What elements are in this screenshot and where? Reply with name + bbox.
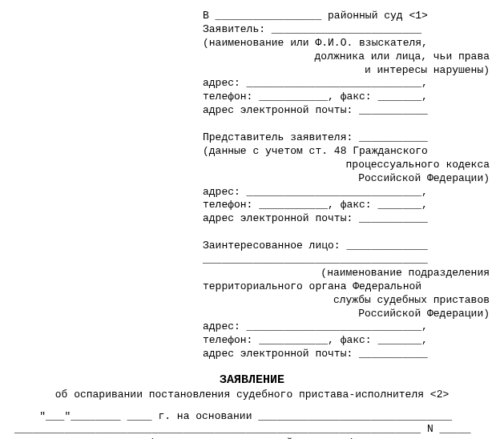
body-line2: ________________________________________… xyxy=(14,423,490,437)
int-address-line: адрес: ____________________________, xyxy=(203,320,490,334)
int-email-line: адрес электронной почты: ___________ xyxy=(203,348,490,361)
applicant-note1: (наименование или Ф.И.О. взыскателя, xyxy=(203,37,490,50)
body-line1: "___"________ ____ г. на основании _____… xyxy=(14,410,490,424)
interested-blank: ____________________________________ xyxy=(203,253,490,267)
court-line: В _________________ районный суд <1> xyxy=(203,10,490,23)
applicant-note3: и интересы нарушены) xyxy=(203,64,490,78)
address-line: адрес: ____________________________, xyxy=(203,77,490,91)
email-line: адрес электронной почты: ___________ xyxy=(203,104,490,118)
applicant-note2: должника или лица, чьи права xyxy=(203,50,490,64)
phone-fax-line: телефон: ___________, факс: _______, xyxy=(203,91,490,104)
rep-note2: процессуального кодекса xyxy=(203,159,490,172)
document-subtitle: об оспаривании постановления судебного п… xyxy=(14,389,490,402)
applicant-label: Заявитель: ________________________ xyxy=(203,23,490,37)
interested-label: Заинтересованное лицо: _____________ xyxy=(203,240,490,253)
int-phone-fax-line: телефон: ___________, факс: _______, xyxy=(203,334,490,348)
rep-note3: Российской Федерации) xyxy=(203,172,490,186)
document-page: В _________________ районный суд <1> Зая… xyxy=(0,0,504,439)
blank-line3 xyxy=(203,226,490,240)
interested-note1: (наименование подразделения xyxy=(203,267,490,280)
rep-phone-fax-line: телефон: ___________, факс: _______, xyxy=(203,199,490,212)
rep-note1: (данные с учетом ст. 48 Гражданского xyxy=(203,145,490,159)
interested-note3: службы судебных приставов xyxy=(203,294,490,308)
document-title: ЗАЯВЛЕНИЕ xyxy=(14,373,490,389)
interested-note2: территориального органа Федеральной xyxy=(203,280,490,294)
rep-email-line: адрес электронной почты: ___________ xyxy=(203,212,490,226)
rep-label: Представитель заявителя: ___________ xyxy=(203,131,490,145)
body-block: "___"________ ____ г. на основании _____… xyxy=(14,410,490,439)
blank-line2 xyxy=(203,118,490,131)
header-block: В _________________ районный суд <1> Зая… xyxy=(203,10,490,361)
rep-address-line: адрес: ____________________________, xyxy=(203,186,490,199)
interested-note4: Российской Федерации) xyxy=(203,308,490,321)
